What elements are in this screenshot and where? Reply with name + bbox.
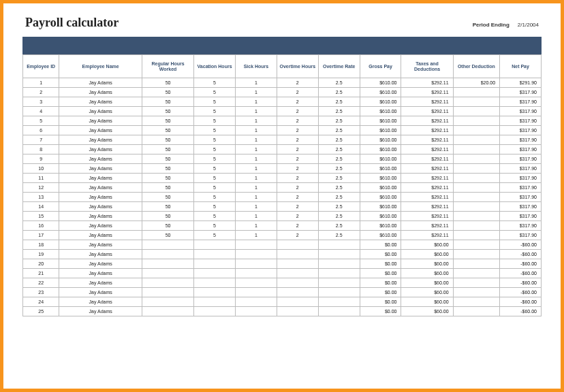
cell-other: [453, 154, 499, 164]
cell-sick: [235, 288, 277, 297]
cell-name: Jay Adams: [59, 212, 142, 221]
cell-gross: $0.00: [360, 297, 401, 307]
cell-id: 15: [23, 212, 59, 221]
cell-vac: 5: [194, 154, 236, 164]
cell-tax: $60.00: [401, 240, 453, 250]
cell-tax: $60.00: [401, 278, 453, 288]
cell-otr: [318, 307, 360, 316]
cell-name: Jay Adams: [59, 135, 142, 145]
cell-other: [453, 240, 499, 250]
table-row: 5Jay Adams505122.5$610.00$292.11$317.90: [23, 116, 542, 126]
cell-id: 5: [23, 116, 59, 126]
cell-oth: 2: [277, 212, 318, 221]
cell-other: [453, 135, 499, 145]
cell-vac: 5: [194, 78, 236, 88]
cell-net: $317.90: [500, 231, 542, 240]
cell-oth: [277, 269, 318, 278]
cell-sick: 1: [235, 193, 277, 202]
cell-otr: 2.5: [318, 202, 360, 212]
cell-vac: 5: [194, 126, 236, 135]
cell-otr: 2.5: [318, 88, 360, 97]
cell-reg: 50: [142, 164, 194, 174]
cell-tax: $292.11: [401, 88, 453, 97]
cell-net: $317.90: [500, 126, 542, 135]
cell-vac: 5: [194, 183, 236, 193]
cell-other: [453, 212, 499, 221]
cell-net: $317.90: [500, 107, 542, 116]
table-row: 1Jay Adams505122.5$610.00$292.11$20.00$2…: [23, 78, 542, 88]
cell-gross: $610.00: [360, 97, 401, 107]
cell-sick: [235, 269, 277, 278]
cell-name: Jay Adams: [59, 231, 142, 240]
cell-otr: 2.5: [318, 183, 360, 193]
cell-reg: [142, 288, 194, 297]
cell-gross: $610.00: [360, 221, 401, 231]
cell-tax: $292.11: [401, 221, 453, 231]
cell-id: 19: [23, 250, 59, 259]
cell-gross: $610.00: [360, 135, 401, 145]
table-row: 23Jay Adams$0.00$60.00-$60.00: [23, 288, 542, 297]
cell-sick: [235, 250, 277, 259]
cell-net: $317.90: [500, 221, 542, 231]
cell-name: Jay Adams: [59, 126, 142, 135]
cell-net: $317.90: [500, 97, 542, 107]
cell-otr: 2.5: [318, 97, 360, 107]
cell-otr: 2.5: [318, 164, 360, 174]
cell-vac: [194, 259, 236, 269]
cell-id: 17: [23, 231, 59, 240]
col-employee-name: Employee Name: [59, 55, 142, 78]
table-row: 3Jay Adams505122.5$610.00$292.11$317.90: [23, 97, 542, 107]
cell-id: 1: [23, 78, 59, 88]
cell-reg: [142, 259, 194, 269]
cell-otr: [318, 250, 360, 259]
cell-sick: 1: [235, 164, 277, 174]
cell-tax: $60.00: [401, 259, 453, 269]
table-body: 1Jay Adams505122.5$610.00$292.11$20.00$2…: [23, 78, 542, 316]
cell-gross: $0.00: [360, 288, 401, 297]
cell-tax: $292.11: [401, 97, 453, 107]
cell-reg: 50: [142, 202, 194, 212]
cell-name: Jay Adams: [59, 240, 142, 250]
cell-gross: $610.00: [360, 154, 401, 164]
cell-tax: $292.11: [401, 202, 453, 212]
cell-net: -$60.00: [500, 307, 542, 316]
cell-oth: 2: [277, 202, 318, 212]
cell-name: Jay Adams: [59, 221, 142, 231]
period-ending: Period Ending 2/1/2004: [473, 22, 539, 28]
cell-id: 25: [23, 307, 59, 316]
cell-sick: 1: [235, 135, 277, 145]
cell-otr: [318, 278, 360, 288]
cell-other: [453, 278, 499, 288]
col-gross-pay: Gross Pay: [360, 55, 401, 78]
cell-oth: [277, 250, 318, 259]
cell-sick: 1: [235, 78, 277, 88]
cell-reg: 50: [142, 135, 194, 145]
cell-other: [453, 193, 499, 202]
cell-tax: $292.11: [401, 78, 453, 88]
cell-otr: 2.5: [318, 154, 360, 164]
cell-id: 4: [23, 107, 59, 116]
cell-sick: 1: [235, 88, 277, 97]
cell-reg: 50: [142, 97, 194, 107]
cell-gross: $610.00: [360, 202, 401, 212]
cell-otr: 2.5: [318, 78, 360, 88]
cell-sick: 1: [235, 97, 277, 107]
cell-oth: 2: [277, 231, 318, 240]
table-row: 22Jay Adams$0.00$60.00-$60.00: [23, 278, 542, 288]
cell-id: 18: [23, 240, 59, 250]
cell-gross: $610.00: [360, 193, 401, 202]
cell-id: 2: [23, 88, 59, 97]
page-title: Payroll calculator: [25, 16, 119, 30]
cell-oth: [277, 240, 318, 250]
cell-tax: $60.00: [401, 288, 453, 297]
cell-net: $317.90: [500, 164, 542, 174]
cell-oth: 2: [277, 145, 318, 154]
cell-otr: [318, 259, 360, 269]
cell-vac: 5: [194, 174, 236, 183]
cell-sick: 1: [235, 107, 277, 116]
cell-id: 8: [23, 145, 59, 154]
cell-name: Jay Adams: [59, 202, 142, 212]
col-regular-hours: Regular Hours Worked: [142, 55, 194, 78]
cell-name: Jay Adams: [59, 145, 142, 154]
cell-net: $317.90: [500, 135, 542, 145]
